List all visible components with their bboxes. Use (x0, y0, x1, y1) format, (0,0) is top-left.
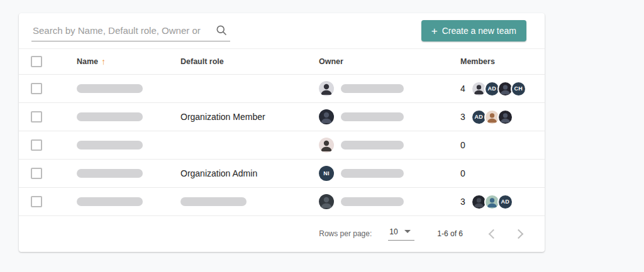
row-checkbox-cell (19, 83, 64, 94)
create-new-team-button[interactable]: + Create a new team (421, 20, 526, 41)
row-checkbox[interactable] (31, 196, 42, 207)
members-cell: 3AD (438, 194, 545, 210)
chevron-left-icon (488, 229, 498, 239)
pager (480, 221, 531, 246)
row-checkbox[interactable] (31, 111, 42, 122)
column-header-owner[interactable]: Owner (287, 57, 438, 66)
search-icon (215, 24, 228, 36)
default-role-text: Organization Admin (180, 168, 257, 178)
members-count: 0 (460, 168, 465, 178)
table-row: Organization Member3AD (19, 103, 545, 131)
photo-avatar (319, 109, 334, 124)
sort-ascending-icon: ↑ (101, 57, 106, 67)
table-row: 4ADCH (19, 75, 545, 103)
owner-placeholder-bar (341, 169, 404, 178)
members-count: 3 (460, 197, 465, 207)
header-checkbox-cell (19, 56, 64, 67)
name-cell (64, 169, 168, 178)
owner-cell: NI (287, 166, 438, 181)
owner-cell (287, 109, 438, 124)
name-placeholder-bar (77, 84, 143, 93)
rows-per-page-label: Rows per page: (319, 229, 372, 238)
members-cell: 4ADCH (438, 81, 545, 97)
column-header-name[interactable]: Name ↑ (64, 57, 168, 67)
members-avatar-stack: AD (471, 109, 513, 125)
owner-placeholder-bar (341, 112, 404, 121)
row-checkbox-cell (19, 111, 64, 122)
name-placeholder-bar (77, 169, 143, 178)
members-count: 3 (460, 112, 465, 122)
name-cell (64, 84, 168, 93)
table-row: 0 (19, 131, 545, 160)
toolbar: + Create a new team (19, 13, 545, 49)
row-checkbox-cell (19, 168, 64, 179)
row-checkbox-cell (19, 139, 64, 151)
name-placeholder-bar (77, 197, 143, 206)
default-role-cell: Organization Admin (168, 168, 287, 178)
avatar-initials-label: AD (501, 199, 509, 205)
owner-cell (287, 138, 438, 153)
search-field (31, 24, 230, 41)
members-cell: 0 (438, 168, 545, 178)
select-all-checkbox[interactable] (31, 56, 42, 67)
members-cell: 3AD (438, 109, 545, 125)
members-avatar-stack: ADCH (471, 81, 526, 97)
default-role-text: Organization Member (180, 112, 265, 122)
avatar-initials-label: NI (323, 170, 330, 177)
photo-avatar (319, 138, 334, 153)
chevron-right-icon (513, 229, 523, 239)
photo-avatar (319, 194, 334, 209)
rows-per-page-select[interactable]: 10 (388, 227, 414, 241)
row-checkbox[interactable] (31, 139, 42, 151)
initials-avatar: CH (511, 81, 526, 97)
pagination-range-label: 1-6 of 6 (437, 229, 463, 238)
rows-per-page-value: 10 (389, 227, 397, 236)
plus-icon: + (431, 26, 438, 36)
members-avatar-stack: AD (471, 194, 513, 210)
table-header-row: Name ↑ Default role Owner Members (19, 49, 545, 75)
owner-cell (287, 81, 438, 96)
previous-page-button[interactable] (480, 221, 506, 246)
photo-avatar (319, 81, 334, 96)
teams-table-card: + Create a new team Name ↑ Default role … (19, 13, 545, 252)
avatar-initials-label: CH (514, 85, 523, 92)
owner-cell (287, 194, 438, 209)
table-row: 3AD (19, 188, 545, 216)
role-placeholder-bar (180, 197, 247, 206)
chevron-down-icon (404, 230, 411, 233)
name-cell (64, 141, 168, 150)
table-row: Organization AdminNI0 (19, 160, 545, 188)
column-header-name-label: Name (77, 57, 98, 66)
members-count: 0 (460, 140, 465, 150)
column-header-members[interactable]: Members (438, 57, 545, 66)
initials-avatar: AD (497, 194, 513, 210)
name-cell (64, 112, 168, 121)
search-input[interactable] (33, 25, 211, 36)
default-role-cell (168, 197, 287, 206)
create-new-team-label: Create a new team (442, 26, 516, 36)
owner-placeholder-bar (341, 84, 404, 93)
initials-avatar: NI (319, 166, 334, 181)
avatar-initials-label: AD (487, 85, 496, 92)
avatar-initials-label: AD (474, 114, 483, 120)
row-checkbox-cell (19, 196, 64, 207)
column-header-default-role[interactable]: Default role (168, 57, 287, 66)
name-placeholder-bar (77, 141, 143, 150)
name-cell (64, 197, 168, 206)
members-cell: 0 (438, 140, 545, 150)
row-checkbox[interactable] (31, 168, 42, 179)
row-checkbox[interactable] (31, 83, 42, 94)
owner-placeholder-bar (341, 197, 404, 206)
owner-placeholder-bar (341, 141, 404, 150)
members-count: 4 (460, 84, 465, 94)
table-body: 4ADCHOrganization Member3AD0Organization… (19, 75, 545, 216)
default-role-cell: Organization Member (168, 112, 287, 122)
photo-avatar (497, 109, 513, 125)
next-page-button[interactable] (506, 221, 531, 246)
table-pagination-footer: Rows per page: 10 1-6 of 6 (19, 216, 545, 251)
name-placeholder-bar (77, 112, 143, 121)
